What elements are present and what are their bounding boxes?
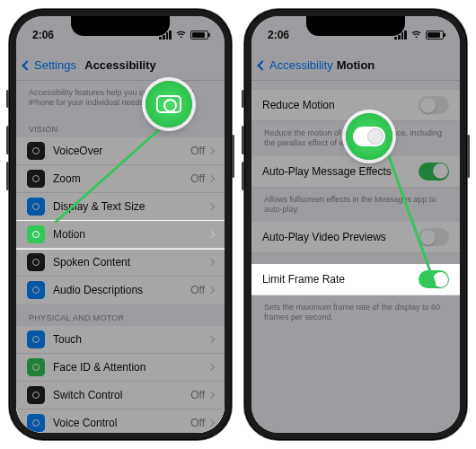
row-voiceover[interactable]: VoiceOverOff	[16, 137, 225, 165]
row-label: Limit Frame Rate	[262, 273, 419, 286]
row-zoom[interactable]: ZoomOff	[16, 165, 225, 193]
voiceover-icon	[27, 142, 45, 160]
row-touch[interactable]: Touch	[16, 326, 225, 354]
nav-back-button[interactable]: Settings	[23, 58, 76, 72]
settings-group: TouchFace ID & AttentionSwitch ControlOf…	[16, 326, 225, 434]
svg-point-4	[33, 259, 40, 265]
auto-play-message-effects-toggle[interactable]	[419, 163, 449, 180]
row-label: Switch Control	[53, 389, 190, 401]
nav-back-button[interactable]: Accessibility	[259, 58, 333, 72]
row-display-text-size[interactable]: Display & Text Size	[16, 193, 225, 221]
group-header: VISION	[16, 116, 225, 137]
nav-back-label: Settings	[34, 58, 76, 72]
callout-motion-icon	[145, 81, 192, 128]
battery-icon	[190, 31, 208, 40]
row-label: Auto-Play Message Effects	[262, 165, 419, 178]
row-value: Off	[190, 145, 205, 157]
limit-frame-rate-toggle[interactable]	[419, 270, 449, 288]
notch	[306, 16, 405, 36]
zoom-icon	[27, 170, 45, 188]
chevron-right-icon	[207, 230, 215, 237]
settings-group: VoiceOverOffZoomOffDisplay & Text SizeMo…	[16, 137, 225, 304]
chevron-right-icon	[207, 174, 215, 181]
chevron-right-icon	[207, 418, 215, 426]
touch-icon	[27, 330, 45, 348]
row-value: Off	[190, 172, 205, 185]
svg-point-1	[33, 175, 40, 181]
chevron-right-icon	[207, 363, 215, 370]
row-auto-play-message-effects: Auto-Play Message Effects	[251, 156, 460, 188]
nav-back-label: Accessibility	[269, 58, 333, 72]
motion-settings-icon	[156, 95, 181, 113]
row-label: Display & Text Size	[53, 200, 208, 213]
row-footer: Allows fullscreen effects in the Message…	[251, 188, 460, 223]
intro-text: Accessibility features help you customiz…	[16, 81, 225, 116]
auto-play-video-previews-toggle[interactable]	[419, 228, 449, 246]
chevron-right-icon	[207, 258, 215, 265]
row-value: Off	[190, 284, 205, 296]
chevron-right-icon	[207, 391, 215, 398]
switch-control-icon	[27, 386, 45, 404]
row-face-id-attention[interactable]: Face ID & Attention	[16, 354, 225, 382]
page-title: Motion	[337, 58, 375, 72]
svg-point-2	[33, 203, 40, 209]
row-label: Motion	[53, 228, 208, 241]
nav-bar: Settings Accessibility	[16, 50, 225, 81]
row-label: Reduce Motion	[262, 99, 419, 111]
svg-point-5	[33, 287, 40, 294]
row-value: Off	[190, 389, 205, 401]
svg-point-3	[33, 231, 40, 237]
notch	[71, 16, 170, 36]
phone-right: 2:06 Accessibility Motion Reduce MotionR…	[244, 9, 467, 440]
battery-icon	[426, 31, 444, 40]
callout-toggle-on	[346, 113, 392, 160]
row-label: Auto-Play Video Previews	[262, 231, 419, 243]
svg-point-8	[33, 392, 40, 398]
row-spoken-content[interactable]: Spoken Content	[16, 249, 225, 277]
row-label: VoiceOver	[53, 145, 190, 157]
row-label: Voice Control	[53, 417, 190, 429]
row-auto-play-video-previews: Auto-Play Video Previews	[251, 222, 460, 253]
screen-motion: 2:06 Accessibility Motion Reduce MotionR…	[251, 16, 460, 433]
row-voice-control[interactable]: Voice ControlOff	[16, 409, 225, 434]
motion-icon	[27, 225, 45, 243]
display-text-size-icon	[27, 198, 45, 216]
status-time: 2:06	[32, 29, 54, 41]
spoken-content-icon	[27, 253, 45, 271]
svg-point-9	[33, 419, 40, 426]
chevron-right-icon	[207, 146, 215, 154]
row-limit-frame-rate: Limit Frame Rate	[251, 264, 460, 295]
row-audio-descriptions[interactable]: Audio DescriptionsOff	[16, 277, 225, 304]
svg-point-6	[33, 336, 40, 342]
toggle-on-icon	[353, 127, 385, 146]
reduce-motion-toggle[interactable]	[419, 96, 449, 114]
wifi-icon	[410, 31, 422, 40]
face-id-attention-icon	[27, 358, 45, 376]
chevron-right-icon	[207, 286, 215, 294]
row-value: Off	[190, 417, 205, 429]
screen-accessibility: 2:06 Settings Accessibility Accessibilit…	[16, 16, 225, 433]
chevron-right-icon	[207, 335, 215, 342]
nav-bar: Accessibility Motion	[251, 50, 460, 81]
row-label: Audio Descriptions	[53, 284, 190, 296]
svg-point-7	[33, 364, 40, 370]
chevron-left-icon	[257, 60, 267, 70]
page-title: Accessibility	[84, 58, 156, 72]
status-time: 2:06	[268, 29, 289, 41]
audio-descriptions-icon	[27, 281, 45, 299]
svg-point-0	[33, 147, 40, 154]
row-switch-control[interactable]: Switch ControlOff	[16, 382, 225, 409]
chevron-left-icon	[22, 60, 31, 70]
wifi-icon	[175, 31, 187, 40]
group-header: PHYSICAL AND MOTOR	[16, 304, 225, 326]
row-footer: Sets the maximum frame rate of the displ…	[251, 295, 460, 330]
accessibility-content: Accessibility features help you customiz…	[16, 81, 225, 433]
row-label: Face ID & Attention	[53, 361, 208, 374]
row-label: Touch	[53, 333, 208, 346]
row-motion[interactable]: Motion	[16, 221, 225, 249]
voice-control-icon	[27, 414, 45, 432]
row-label: Zoom	[53, 172, 190, 185]
row-label: Spoken Content	[53, 256, 208, 269]
phone-left: 2:06 Settings Accessibility Accessibilit…	[9, 9, 232, 440]
chevron-right-icon	[207, 202, 215, 209]
